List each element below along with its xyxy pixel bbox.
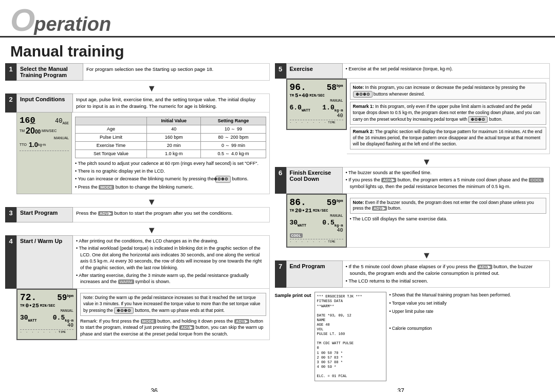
sample-note-1: Shows that the Manual training program h… bbox=[390, 292, 511, 298]
lcd6-manual: MANUAL bbox=[290, 214, 343, 218]
lcd5-bpm: 58bpm bbox=[327, 83, 343, 92]
adv-button-7[interactable]: ADV▶ bbox=[372, 206, 387, 211]
printout-line-15: ELC. = 01 FCAL bbox=[317, 374, 384, 379]
lcd4-dots: · · · · · · · bbox=[20, 330, 58, 334]
lcd-input-tto: TTO 1.0kg·m bbox=[20, 141, 69, 148]
warm-button[interactable]: WARM bbox=[118, 279, 134, 284]
section-6: 6 Finish ExerciseCool Down The buzzer so… bbox=[275, 167, 550, 248]
lcd6-watt: 30WATT bbox=[290, 219, 306, 228]
section-6-lcd: 86. 59bpm TM 20•21 MIN/SEC MANUAL 30WATT… bbox=[286, 194, 347, 248]
table-cell-pulse-range: 80 ～ 200 bpm bbox=[201, 133, 266, 141]
lcd6-cool: COOL bbox=[290, 233, 343, 238]
table-row: Age 40 10 ～ 99 bbox=[76, 125, 266, 133]
lcd5-time-label: TIME bbox=[328, 121, 335, 124]
table-cell-torque-label: Set Torque Value bbox=[76, 150, 147, 158]
lcd4-time: 0•25 bbox=[25, 303, 39, 309]
mode-button-2[interactable]: MODE bbox=[141, 319, 156, 324]
sample-section: Sample print out *** ERGOCISER TJK *** F… bbox=[275, 292, 550, 381]
adv-button-6[interactable]: ADV▶ bbox=[381, 178, 396, 182]
lcd4-pulse: 72. bbox=[20, 292, 36, 303]
table-cell-torque-range: 0.5 ～ 4.0 kg·m bbox=[201, 150, 266, 158]
lcd6-minsec: MIN/SEC bbox=[313, 209, 328, 213]
mode-button[interactable]: MODE bbox=[99, 185, 114, 190]
printout-line-12: 2 00 57 83 * bbox=[317, 356, 384, 360]
up-down-button-3[interactable]: ⊕⊙⊕⊙ bbox=[353, 91, 373, 98]
lcd4-torque: 0.5kg·m bbox=[53, 314, 73, 323]
section-1-content: For program selection see the Starting u… bbox=[83, 63, 270, 81]
up-down-button-2[interactable]: ⊕⊙⊕⊙ bbox=[114, 307, 134, 314]
adv-button-3[interactable]: ADV▶ bbox=[98, 211, 113, 216]
lcd5-watt: 6.0WATT bbox=[290, 104, 310, 113]
table-row: Exercise Time 20 min 0 ～ 99 min bbox=[76, 141, 266, 150]
cool-badge: COOL bbox=[290, 233, 303, 238]
lcd4-watt: 30WATT bbox=[20, 314, 36, 323]
section-3-title: Start Program bbox=[16, 207, 73, 222]
lcd4-bpm: 59bpm bbox=[57, 293, 73, 303]
section-5-number: 5 bbox=[275, 63, 286, 79]
section-4-intro: After printing out the conditions, the L… bbox=[73, 235, 270, 289]
lcd4-graphic: · · · · · · · TIME bbox=[20, 329, 73, 334]
section-2: 2 Input Conditions Input age, pulse limi… bbox=[5, 94, 270, 194]
up-down-button[interactable]: ⊕⊙⊕⊙ bbox=[215, 176, 231, 183]
up-down-button-4[interactable]: ⊕⊙⊕⊙ bbox=[468, 116, 488, 123]
lcd-input-dots bbox=[20, 151, 69, 151]
lcd6-graphic: · · · · · · · TIME bbox=[290, 239, 343, 244]
printout-line-9: TM CDC WATT PULSE bbox=[317, 341, 384, 346]
cooldown-bullet-2: If you press the ADV▶ button, the progra… bbox=[346, 177, 547, 190]
lcd6-tm: TM bbox=[290, 209, 294, 213]
table-cell-time-range: 0 ～ 99 min bbox=[201, 141, 266, 150]
lcd-input-pulse: 160 bbox=[20, 116, 35, 125]
section-3-text: Press the ADV▶ button to start the progr… bbox=[76, 210, 233, 216]
warmup-bullet-1: After printing out the conditions, the L… bbox=[76, 238, 266, 245]
adv-button-8[interactable]: ADV▶ bbox=[477, 265, 492, 269]
warmup-bullet-3: After starting exercise, during the 3 mi… bbox=[76, 272, 266, 285]
arrow-3: ▼ bbox=[34, 226, 270, 235]
lcd5-graphic: · · · · · · · TIME bbox=[290, 120, 343, 125]
sample-note-2: Torque value you set initially bbox=[390, 300, 511, 307]
lcd4-tm: TM bbox=[20, 304, 24, 308]
table-row: Pulse Limit 160 bpm 80 ～ 200 bpm bbox=[76, 133, 266, 141]
sample-printout-box: *** ERGOCISER TJK *** FITNESS DATA **WAR… bbox=[314, 292, 386, 381]
page-numbers: 36 37 bbox=[0, 383, 555, 392]
lcd5-minsec: MIN/SEC bbox=[309, 94, 324, 98]
section-7-number: 7 bbox=[275, 260, 286, 288]
section-4-lcd: 72. 59bpm TM 0•25 MIN/SEC MANUAL 30WATT … bbox=[16, 289, 77, 340]
lcd6-bpm: 59bpm bbox=[327, 198, 343, 208]
table-row: Set Torque Value 1.0 kg·m 0.5 ～ 4.0 kg·m bbox=[76, 150, 266, 158]
section-6-extra: Note: Even if the buzzer sounds, the pro… bbox=[347, 194, 550, 248]
section-3: 3 Start Program Press the ADV▶ button to… bbox=[5, 207, 270, 222]
section-4: 4 Start / Warm Up After printing out the… bbox=[5, 235, 270, 340]
left-column: 1 Select the Manual Training Program For… bbox=[5, 63, 270, 381]
header-o-letter: O bbox=[10, 4, 35, 36]
printout-line-4: DATE *93, 09, 12 bbox=[317, 313, 384, 318]
lcd5-time: 5•40 bbox=[295, 92, 308, 99]
sample-note-3: Upper limit pulse rate bbox=[390, 308, 511, 315]
table-cell-pulse-label: Pulse Limit bbox=[76, 133, 147, 141]
lcd5-dots: · · · · · · · bbox=[290, 121, 327, 124]
section-2-content: Input age, pulse limit, exercise time, a… bbox=[73, 94, 270, 113]
table-cell-time-label: Exercise Time bbox=[76, 141, 147, 150]
header: O peration bbox=[0, 0, 555, 38]
arrow-1: ▼ bbox=[34, 84, 270, 93]
section-3-content: Press the ADV▶ button to start the progr… bbox=[73, 207, 270, 222]
adv-button-5[interactable]: ADV▶ bbox=[179, 325, 194, 330]
table-cell-age-initial: 40 bbox=[147, 125, 201, 133]
table-cell-time-initial: 20 min bbox=[147, 141, 201, 150]
lcd4-manual: MANUAL bbox=[20, 309, 73, 313]
lcd-input-minsec: MIN/SEC bbox=[42, 129, 57, 133]
lcd5-40: 40 bbox=[290, 113, 343, 119]
printout-line-13: 3 00 57 88 * bbox=[317, 360, 384, 365]
page-title: Manual training bbox=[0, 41, 555, 63]
sample-note-4: Calorie consumption bbox=[390, 325, 511, 332]
adv-button-4[interactable]: ADV▶ bbox=[234, 319, 249, 324]
printout-line-5: NAME bbox=[317, 318, 384, 323]
section-1-title: Select the Manual Training Program bbox=[16, 63, 83, 81]
exercise-bullet-1: Exercise at the set pedal resistance (to… bbox=[346, 66, 547, 72]
printout-blank-2 bbox=[317, 337, 384, 341]
printout-line-3: **WARM** bbox=[317, 304, 384, 309]
warmup-bullet-2: The initial workload (pedal torque) is i… bbox=[76, 245, 266, 271]
input-note-4: Press the MODE button to change the blin… bbox=[75, 184, 266, 191]
printout-line-6: AGE 40 bbox=[317, 323, 384, 327]
lcd6-40: 40 bbox=[290, 228, 343, 233]
section-7: 7 End Program If the 5 minute cool down … bbox=[275, 260, 550, 288]
